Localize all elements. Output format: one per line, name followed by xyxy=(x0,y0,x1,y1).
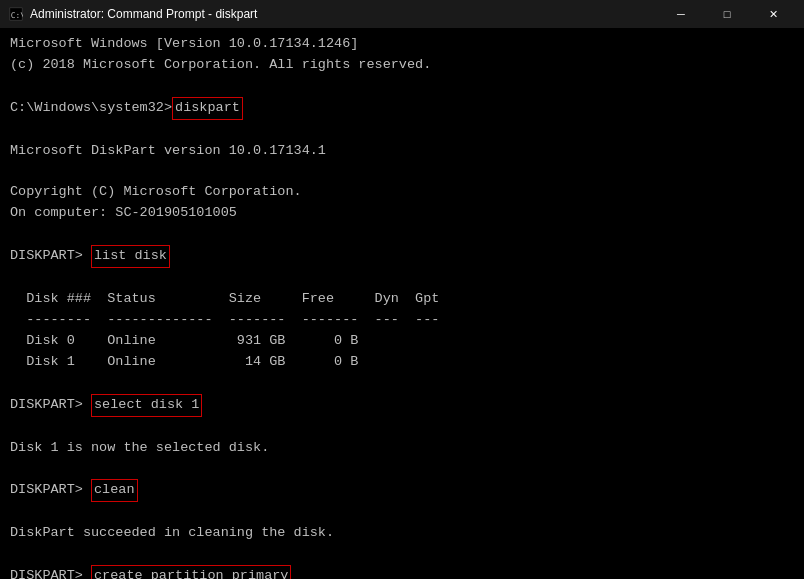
window-controls: ─ □ ✕ xyxy=(658,0,796,28)
app-icon: C:\ xyxy=(8,6,24,22)
line-17 xyxy=(10,373,794,394)
cmd-listdisk: list disk xyxy=(91,245,170,268)
line-5 xyxy=(10,120,794,141)
titlebar: C:\ Administrator: Command Prompt - disk… xyxy=(0,0,804,28)
maximize-button[interactable]: □ xyxy=(704,0,750,28)
line-1: Microsoft Windows [Version 10.0.17134.12… xyxy=(10,34,794,55)
prompt-2: DISKPART> xyxy=(10,248,91,263)
line-18: DISKPART> select disk 1 xyxy=(10,394,794,417)
line-22: DISKPART> clean xyxy=(10,479,794,502)
window: C:\ Administrator: Command Prompt - disk… xyxy=(0,0,804,579)
line-4: C:\Windows\system32>diskpart xyxy=(10,97,794,120)
prompt-5: DISKPART> xyxy=(10,568,91,579)
disk-1-row: Disk 1 Online 14 GB 0 B xyxy=(10,352,794,373)
line-20: Disk 1 is now the selected disk. xyxy=(10,438,794,459)
line-26: DISKPART> create partition primary xyxy=(10,565,794,579)
line-8: Copyright (C) Microsoft Corporation. xyxy=(10,182,794,203)
line-23 xyxy=(10,502,794,523)
window-title: Administrator: Command Prompt - diskpart xyxy=(30,7,658,21)
prompt-1: C:\Windows\system32> xyxy=(10,100,172,115)
line-10 xyxy=(10,224,794,245)
cmd-diskpart: diskpart xyxy=(172,97,243,120)
close-button[interactable]: ✕ xyxy=(750,0,796,28)
line-7 xyxy=(10,162,794,183)
cmd-clean: clean xyxy=(91,479,138,502)
line-19 xyxy=(10,417,794,438)
minimize-button[interactable]: ─ xyxy=(658,0,704,28)
line-6: Microsoft DiskPart version 10.0.17134.1 xyxy=(10,141,794,162)
cmd-createpartition: create partition primary xyxy=(91,565,291,579)
cmd-selectdisk: select disk 1 xyxy=(91,394,202,417)
prompt-4: DISKPART> xyxy=(10,482,91,497)
prompt-3: DISKPART> xyxy=(10,397,91,412)
terminal-content[interactable]: Microsoft Windows [Version 10.0.17134.12… xyxy=(0,28,804,579)
col-header: Disk ### Status Size Free Dyn Gpt xyxy=(10,289,794,310)
svg-text:C:\: C:\ xyxy=(11,11,23,20)
col-sep: -------- ------------- ------- ------- -… xyxy=(10,310,794,331)
line-24: DiskPart succeeded in cleaning the disk. xyxy=(10,523,794,544)
line-9: On computer: SC-201905101005 xyxy=(10,203,794,224)
line-21 xyxy=(10,458,794,479)
line-2: (c) 2018 Microsoft Corporation. All righ… xyxy=(10,55,794,76)
disk-0-row: Disk 0 Online 931 GB 0 B xyxy=(10,331,794,352)
line-11: DISKPART> list disk xyxy=(10,245,794,268)
line-25 xyxy=(10,544,794,565)
line-3 xyxy=(10,76,794,97)
line-12 xyxy=(10,268,794,289)
